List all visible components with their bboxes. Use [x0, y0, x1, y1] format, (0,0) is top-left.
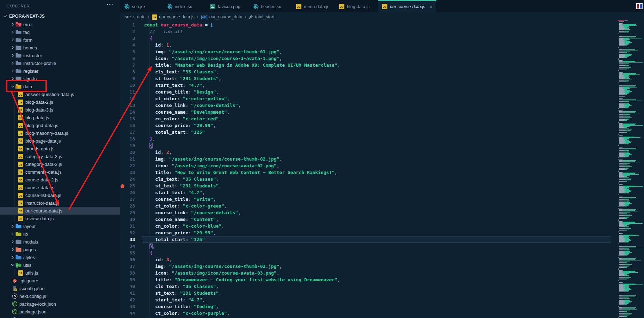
tree-item-brands-data-js[interactable]: JSbrands-data.js: [0, 145, 120, 152]
code-line-22[interactable]: 22 icon: "/assets/img/icon/course-avata-…: [120, 162, 644, 169]
code-line-2[interactable]: 2 // tab all: [120, 28, 644, 35]
tree-item-utils[interactable]: utils: [0, 261, 120, 269]
code-line-41[interactable]: 41 st_text: "291 Students",: [120, 290, 644, 296]
breadcrumb-item-src[interactable]: src: [125, 14, 131, 19]
code-line-3[interactable]: 3 {: [120, 35, 644, 42]
breakpoint-icon[interactable]: [121, 184, 124, 188]
code-line-42[interactable]: 42 start_text: "4.7",: [120, 296, 644, 303]
tree-item-jsconfig-json[interactable]: JSjsconfig.json: [0, 284, 120, 292]
explorer-more-actions-icon[interactable]: ···: [107, 1, 114, 8]
code-line-4[interactable]: 4 id: 1,: [120, 42, 644, 48]
line-number[interactable]: 23: [120, 169, 135, 176]
tree-item-category-data-2-js[interactable]: JScategory-data-2.js: [0, 152, 120, 160]
tree-item-pages[interactable]: pages: [0, 246, 120, 253]
code-line-28[interactable]: 28 ct_color: "c-color-green",: [120, 203, 644, 209]
tree-item-modals[interactable]: modals: [0, 238, 120, 246]
line-number[interactable]: 41: [120, 290, 135, 296]
line-number[interactable]: 17: [120, 129, 135, 136]
line-number[interactable]: 26: [120, 189, 135, 196]
line-number[interactable]: 6: [120, 55, 135, 62]
line-number[interactable]: 14: [120, 109, 135, 115]
code-line-29[interactable]: 29 course_link: "/course-details",: [120, 209, 644, 216]
tree-item-data[interactable]: data: [0, 83, 120, 90]
tab-blog-data-js[interactable]: JSblog-data.js: [335, 0, 378, 12]
line-number[interactable]: 18: [120, 136, 135, 142]
code-line-1[interactable]: 1const our_course_data = [: [120, 22, 644, 28]
tree-item-blog-data-js[interactable]: JSblog-data.js: [0, 114, 120, 121]
code-line-6[interactable]: 6 icon: "/assets/img/icon/course-3-avata…: [120, 55, 644, 62]
line-number[interactable]: 27: [120, 196, 135, 203]
line-number[interactable]: 19: [120, 142, 135, 149]
breadcrumb-item-our-course-data-js[interactable]: JSour-course-data.js: [152, 14, 195, 20]
line-number[interactable]: 3: [120, 35, 135, 42]
code-line-39[interactable]: 39 title: "Dreamweaver – Coding your fir…: [120, 276, 644, 283]
breadcrumb-item-our-course-data[interactable]: [@]our_course_data: [201, 14, 243, 19]
tree-item-course-data-js[interactable]: JScourse-data.js: [0, 184, 120, 191]
code-line-26[interactable]: 26 start_text: "4.7",: [120, 189, 644, 196]
tree-item-blog-data-2-js[interactable]: JSblog-data-2.js: [0, 98, 120, 106]
breadcrumb-item-total-start[interactable]: total_start: [249, 14, 274, 19]
tab-seo-jsx[interactable]: seo.jsx: [120, 0, 163, 12]
line-number[interactable]: 10: [120, 82, 135, 89]
tree-item-package-lock-json[interactable]: package-lock.json: [0, 300, 120, 308]
line-number[interactable]: 45: [120, 317, 135, 318]
code-line-33[interactable]: 33 total_start: "125": [120, 236, 644, 243]
line-number[interactable]: 40: [120, 283, 135, 290]
code-line-19[interactable]: 19 {: [120, 142, 644, 149]
code-line-34[interactable]: 34 },: [120, 243, 644, 250]
code-line-11[interactable]: 11 course_title: "Design",: [120, 89, 644, 95]
line-number[interactable]: 5: [120, 48, 135, 55]
tree-item-error[interactable]: error: [0, 20, 120, 28]
line-number[interactable]: 2: [120, 28, 135, 35]
minimap[interactable]: [618, 20, 643, 318]
code-line-25[interactable]: 25 st_text: "291 Students",: [120, 182, 644, 189]
line-number[interactable]: 22: [120, 162, 135, 169]
code-line-17[interactable]: 17 total_start: "125": [120, 129, 644, 136]
code-line-15[interactable]: 15 cn_color: "c-color-red",: [120, 115, 644, 122]
line-number[interactable]: 4: [120, 42, 135, 48]
tree-item--gitignore[interactable]: .gitignore: [0, 277, 120, 284]
tree-item-faq[interactable]: faq: [0, 28, 120, 36]
tree-item-instructor-profile[interactable]: instructor-profile: [0, 59, 120, 67]
code-line-5[interactable]: 5 img: "/assets/img/course/course-thumb-…: [120, 48, 644, 55]
line-number[interactable]: 28: [120, 203, 135, 209]
tree-item-course-data-2-js[interactable]: JScourse-data-2.js: [0, 176, 120, 184]
code-line-23[interactable]: 23 title: "How to Write Great Web Conten…: [120, 169, 644, 176]
line-number[interactable]: 29: [120, 209, 135, 216]
tree-item-comments-data-js[interactable]: JScomments-data.js: [0, 168, 120, 176]
tree-item-instructor[interactable]: instructor: [0, 52, 120, 59]
line-number[interactable]: 12: [120, 95, 135, 102]
tree-item-next-config-js[interactable]: Nnext.config.js: [0, 292, 120, 300]
code-line-8[interactable]: 8 cls_text: "35 Classes",: [120, 68, 644, 75]
line-number[interactable]: 13: [120, 102, 135, 109]
project-root-row[interactable]: EPORA-NEXT-JS: [0, 12, 120, 20]
line-number[interactable]: 24: [120, 176, 135, 182]
line-number[interactable]: 21: [120, 156, 135, 162]
tree-item-partial[interactable]: [0, 316, 120, 318]
code-line-21[interactable]: 21 img: "/assets/img/course/course-thumb…: [120, 156, 644, 162]
line-number[interactable]: 8: [120, 68, 135, 75]
tree-item-register[interactable]: register: [0, 67, 120, 75]
line-number[interactable]: 38: [120, 270, 135, 276]
code-line-43[interactable]: 43 course_title: "Coding",: [120, 303, 644, 310]
line-number[interactable]: 32: [120, 229, 135, 236]
tree-item-category-data-3-js[interactable]: JScategory-data-3.js: [0, 160, 120, 168]
tree-item-blog-data-3-js[interactable]: JSblog-data-3.js: [0, 106, 120, 114]
editor-actions-icon[interactable]: [636, 3, 643, 9]
line-number[interactable]: 42: [120, 296, 135, 303]
code-line-12[interactable]: 12 ct_color: "c-color-yellow",: [120, 95, 644, 102]
line-number[interactable]: 9: [120, 75, 135, 82]
line-number[interactable]: 30: [120, 216, 135, 223]
tree-item-utils-js[interactable]: JSutils.js: [0, 269, 120, 277]
code-line-30[interactable]: 30 course_name: "Content",: [120, 216, 644, 223]
close-icon[interactable]: ×: [430, 4, 433, 9]
line-number[interactable]: 31: [120, 223, 135, 229]
code-line-20[interactable]: 20 id: 2,: [120, 149, 644, 156]
line-number[interactable]: 1: [120, 22, 135, 28]
code-line-10[interactable]: 10 start_text: "4.7",: [120, 82, 644, 89]
code-line-36[interactable]: 36 id: 3,: [120, 256, 644, 263]
tab-favicon-png[interactable]: favicon.png: [206, 0, 249, 12]
tree-item-sign-in[interactable]: sign-in: [0, 75, 120, 83]
tab-index-jsx[interactable]: index.jsx: [163, 0, 206, 12]
code-line-31[interactable]: 31 cn_color: "c-color-blue",: [120, 223, 644, 229]
